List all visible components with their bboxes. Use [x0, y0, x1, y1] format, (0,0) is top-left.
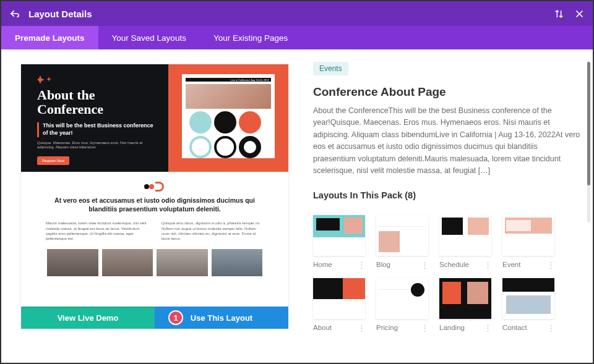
preview-mid-heading: At vero eos et accusamus et iusto odio d… — [46, 197, 264, 213]
preview-card-bar: Live in California | Aug 13-16, 2022 — [186, 78, 271, 82]
more-icon[interactable]: ⋮ — [358, 326, 365, 329]
tab-saved-layouts[interactable]: Your Saved Layouts — [98, 26, 200, 49]
more-icon[interactable]: ⋮ — [484, 263, 491, 266]
preview-col2: Quisque arcu lacus, dignissim a odio a, … — [161, 221, 264, 242]
thumb-contact — [502, 278, 554, 319]
header-title: Layout Details — [28, 9, 92, 19]
preview-photos — [46, 249, 264, 276]
layout-title: Conference About Page — [313, 85, 580, 99]
more-icon[interactable]: ⋮ — [421, 263, 428, 266]
preview-cta: Register Now — [37, 156, 69, 165]
card-label: Contact — [502, 324, 527, 331]
layout-card-landing[interactable]: Landing ⋮ — [439, 278, 491, 331]
close-icon[interactable] — [575, 9, 584, 19]
card-label: About — [313, 324, 332, 331]
card-label: Blog — [376, 261, 390, 268]
details-pane: Events Conference About Page About the C… — [291, 49, 593, 363]
card-label: Home — [313, 261, 332, 268]
more-icon[interactable]: ⋮ — [484, 326, 491, 329]
preview-col1: Mauris malesuada, lorem vitae tincidunt … — [46, 221, 148, 242]
thumb-home — [313, 215, 365, 256]
more-icon[interactable]: ⋮ — [421, 326, 428, 329]
layout-preview: About theConference This will be the bes… — [21, 64, 288, 307]
thumb-schedule — [439, 215, 491, 256]
layout-card-blog[interactable]: Blog ⋮ — [376, 215, 428, 268]
more-icon[interactable]: ⋮ — [358, 263, 365, 266]
spark-icon — [37, 75, 157, 84]
tabs: Premade Layouts Your Saved Layouts Your … — [1, 26, 593, 49]
view-live-demo-button[interactable]: View Live Demo — [21, 307, 155, 329]
use-this-layout-button[interactable]: 1 Use This Layout — [155, 307, 288, 329]
layout-card-pricing[interactable]: Pricing ⋮ — [376, 278, 428, 331]
pack-title: Layouts In This Pack (8) — [313, 190, 580, 200]
tab-premade-layouts[interactable]: Premade Layouts — [1, 26, 98, 49]
card-label: Pricing — [376, 324, 398, 331]
card-label: Landing — [439, 324, 465, 331]
preview-logo-icon — [144, 182, 165, 192]
preview-microtext: Quisque. Maecenas. Eros mus. Hymenaeos e… — [37, 141, 157, 151]
preview-pane: About theConference This will be the bes… — [1, 49, 291, 363]
layout-card-contact[interactable]: Contact ⋮ — [502, 278, 554, 331]
tab-existing-pages[interactable]: Your Existing Pages — [200, 26, 301, 49]
preview-title: About theConference — [37, 88, 157, 116]
card-label: Event — [502, 261, 520, 268]
sort-icon[interactable] — [554, 9, 564, 19]
back-icon[interactable] — [10, 9, 20, 19]
layout-description: About the ConferenceThis will be the bes… — [313, 105, 580, 177]
thumb-blog — [376, 215, 428, 256]
step-badge: 1 — [168, 310, 183, 325]
preview-subtitle: This will be the best Business conferenc… — [37, 122, 157, 137]
layouts-grid: Home ⋮ Blog ⋮ Schedule ⋮ — [313, 215, 580, 331]
layout-card-about[interactable]: About ⋮ — [313, 278, 365, 331]
card-label: Schedule — [439, 261, 469, 268]
layout-card-home[interactable]: Home ⋮ — [313, 215, 365, 268]
more-icon[interactable]: ⋮ — [547, 326, 554, 329]
thumb-landing — [439, 278, 491, 319]
layout-card-schedule[interactable]: Schedule ⋮ — [439, 215, 491, 268]
modal-body: About theConference This will be the bes… — [1, 49, 593, 363]
thumb-about — [313, 278, 365, 319]
preview-actions: View Live Demo 1 Use This Layout — [21, 307, 288, 329]
more-icon[interactable]: ⋮ — [547, 263, 554, 266]
scrollbar-thumb[interactable] — [587, 62, 590, 185]
use-layout-label: Use This Layout — [191, 313, 252, 323]
svg-marker-0 — [37, 75, 45, 84]
thumb-event — [502, 215, 554, 256]
layout-card-event[interactable]: Event ⋮ — [502, 215, 554, 268]
category-tag[interactable]: Events — [313, 62, 348, 75]
svg-marker-1 — [46, 77, 51, 82]
modal-header: Layout Details — [1, 1, 593, 26]
thumb-pricing — [376, 278, 428, 319]
